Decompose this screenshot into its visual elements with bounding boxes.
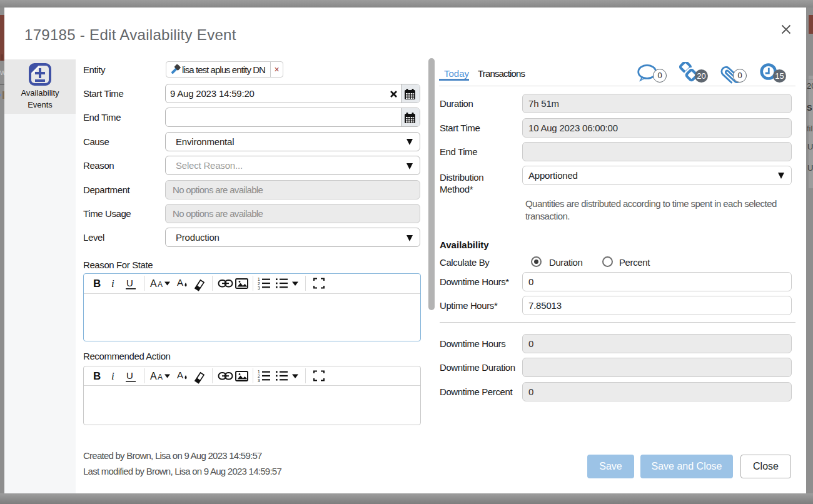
svg-text:A: A (158, 373, 163, 381)
svg-text:A: A (177, 277, 183, 288)
svg-text:i: i (111, 278, 114, 290)
svg-text:1: 1 (258, 277, 260, 281)
svg-text:i: i (111, 370, 114, 382)
svg-text:B: B (93, 370, 101, 382)
svg-text:1: 1 (258, 370, 260, 374)
svg-text:B: B (93, 278, 101, 290)
svg-text:3: 3 (258, 378, 260, 383)
svg-text:U: U (126, 370, 133, 381)
svg-text:3: 3 (258, 286, 260, 290)
svg-text:A: A (177, 370, 183, 380)
svg-text:A: A (158, 280, 163, 289)
svg-text:A: A (150, 278, 157, 289)
svg-text:2: 2 (258, 281, 260, 286)
svg-text:U: U (126, 278, 133, 288)
svg-text:2: 2 (258, 374, 260, 378)
svg-text:A: A (150, 371, 157, 381)
